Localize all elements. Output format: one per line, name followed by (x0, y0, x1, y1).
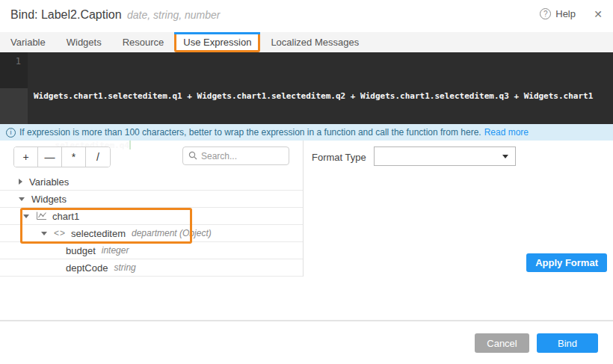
format-type-row: Format Type (312, 146, 607, 167)
read-more-link[interactable]: Read more (484, 127, 529, 138)
format-panel: Format Type Apply Format (304, 141, 613, 277)
bind-dialog: Bind: Label2.Caption date, string, numbe… (0, 0, 613, 364)
tree-item-selecteditem[interactable]: <> selecteditem department (Object) (0, 225, 303, 242)
tree-item-budget[interactable]: budget integer (0, 242, 303, 259)
tree-item-label: selecteditem (71, 228, 126, 239)
help-button[interactable]: ? Help (540, 8, 576, 19)
expression-info-bar: i If expression is more than 100 charact… (0, 124, 613, 141)
tree-item-widgets[interactable]: Widgets (0, 191, 303, 208)
tab-use-expression[interactable]: Use Expression (174, 32, 260, 52)
expander-expanded-icon[interactable] (41, 232, 47, 235)
tab-localized-messages[interactable]: Localized Messages (260, 32, 369, 52)
widget-tree: Variables Widgets (0, 173, 303, 277)
tree-item-label: chart1 (52, 211, 79, 222)
tab-bar: Variable Widgets Resource Use Expression… (0, 32, 613, 52)
dialog-subtitle: date, string, number (127, 9, 221, 21)
tree-item-type: department (Object) (132, 228, 212, 238)
bind-button[interactable]: Bind (537, 333, 598, 353)
info-icon: i (6, 128, 16, 138)
main-section: + — * / Variables (0, 141, 613, 277)
tree-item-deptcode[interactable]: deptCode string (0, 259, 303, 277)
tree-item-label: Widgets (31, 194, 67, 205)
tree-item-label: Variables (29, 176, 69, 188)
expander-collapsed-icon[interactable] (19, 179, 22, 185)
search-input[interactable] (201, 148, 286, 164)
plus-operator-button[interactable]: + (14, 147, 38, 167)
multiply-operator-button[interactable]: * (62, 147, 86, 167)
close-icon[interactable]: ✕ (594, 8, 603, 20)
divide-operator-button[interactable]: / (86, 147, 110, 167)
chart-icon (36, 212, 47, 220)
tree-item-label: budget (66, 245, 96, 256)
tree-item-type: integer (102, 245, 129, 256)
dialog-title: Bind: Label2.Caption (10, 8, 122, 22)
tree-item-chart1[interactable]: chart1 (0, 208, 303, 225)
operator-button-group: + — * / (13, 146, 111, 167)
expression-code-editor[interactable]: 1 Widgets.chart1.selecteditem.q1 + Widge… (0, 52, 613, 124)
tab-variable[interactable]: Variable (0, 32, 56, 52)
help-icon: ? (540, 8, 551, 19)
chevron-down-icon (502, 155, 508, 158)
object-icon: <> (54, 228, 66, 238)
search-box (182, 146, 289, 165)
format-type-select[interactable] (374, 146, 516, 166)
footer-divider (0, 320, 613, 321)
expander-expanded-icon[interactable] (23, 215, 29, 218)
tree-item-type: string (114, 262, 135, 273)
info-message: If expression is more than 100 character… (19, 127, 481, 138)
help-label: Help (555, 8, 576, 19)
tab-widgets[interactable]: Widgets (56, 32, 112, 52)
operator-toolbar: + — * / (13, 146, 289, 167)
expander-expanded-icon[interactable] (19, 197, 25, 201)
search-icon (188, 151, 197, 160)
tree-item-label: deptCode (66, 262, 108, 274)
cancel-button[interactable]: Cancel (475, 333, 529, 353)
dialog-header: Bind: Label2.Caption date, string, numbe… (0, 0, 613, 32)
minus-operator-button[interactable]: — (38, 147, 62, 167)
code-line-1: Widgets.chart1.selecteditem.q1 + Widgets… (34, 88, 610, 105)
tab-resource[interactable]: Resource (112, 32, 175, 52)
dialog-footer: Cancel Bind (0, 333, 613, 354)
format-type-label: Format Type (312, 152, 366, 163)
apply-format-button[interactable]: Apply Format (526, 253, 607, 272)
tree-item-variables[interactable]: Variables (0, 173, 303, 191)
line-number: 1 (0, 56, 21, 67)
expression-tree-panel: + — * / Variables (0, 141, 304, 277)
